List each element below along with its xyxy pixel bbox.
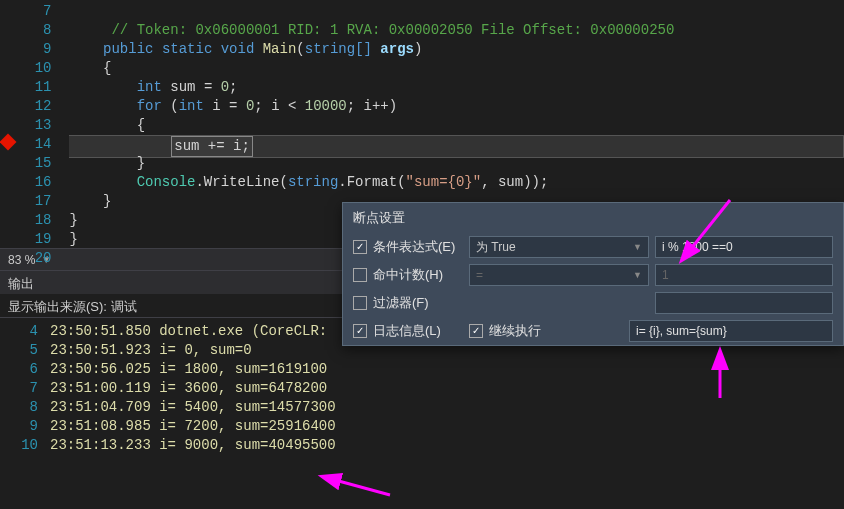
hitcount-checkbox[interactable] bbox=[353, 268, 367, 282]
log-checkbox[interactable] bbox=[353, 324, 367, 338]
log-label: 日志信息(L) bbox=[373, 322, 463, 340]
line-number: 20 bbox=[0, 249, 51, 268]
svg-line-2 bbox=[335, 480, 390, 495]
breakpoint-settings-panel[interactable]: 断点设置 条件表达式(E) 为 True▼ i % 1800 ==0 命中计数(… bbox=[342, 202, 844, 346]
output-line: 623:50:56.025 i= 1800, sum=1619100 bbox=[0, 360, 844, 379]
filter-input[interactable] bbox=[655, 292, 833, 314]
output-line: 723:51:00.119 i= 3600, sum=6478200 bbox=[0, 379, 844, 398]
line-number: 16 bbox=[0, 173, 51, 192]
output-line: 923:51:08.985 i= 7200, sum=25916400 bbox=[0, 417, 844, 436]
hitcount-mode-select[interactable]: =▼ bbox=[469, 264, 649, 286]
hitcount-label: 命中计数(H) bbox=[373, 266, 463, 284]
line-number: 11 bbox=[0, 78, 51, 97]
condition-expression-input[interactable]: i % 1800 ==0 bbox=[655, 236, 833, 258]
log-format-input[interactable]: i= {i}, sum={sum} bbox=[629, 320, 833, 342]
line-number: 13 bbox=[0, 116, 51, 135]
hitcount-value-input[interactable]: 1 bbox=[655, 264, 833, 286]
filter-checkbox[interactable] bbox=[353, 296, 367, 310]
continue-label: 继续执行 bbox=[489, 322, 541, 340]
output-line: 823:51:04.709 i= 5400, sum=14577300 bbox=[0, 398, 844, 417]
filter-label: 过滤器(F) bbox=[373, 294, 463, 312]
condition-checkbox[interactable] bbox=[353, 240, 367, 254]
panel-title: 断点设置 bbox=[343, 203, 843, 233]
current-execution-line: sum += i; bbox=[67, 135, 844, 158]
line-number: 19 bbox=[0, 230, 51, 249]
continue-checkbox[interactable] bbox=[469, 324, 483, 338]
chevron-down-icon: ▼ bbox=[633, 270, 642, 280]
output-source-value[interactable]: 调试 bbox=[107, 299, 137, 314]
comment: // Token: 0x06000001 RID: 1 RVA: 0x00002… bbox=[111, 22, 674, 38]
line-number: 15 bbox=[0, 154, 51, 173]
line-number: 8 bbox=[0, 21, 51, 40]
condition-mode-select[interactable]: 为 True▼ bbox=[469, 236, 649, 258]
line-number: 10 bbox=[0, 59, 51, 78]
line-number: 7 bbox=[0, 2, 51, 21]
line-number: 9 bbox=[0, 40, 51, 59]
line-number: 12 bbox=[0, 97, 51, 116]
annotation-arrow bbox=[330, 470, 400, 504]
gutter: 7 8 9 10 11 12 13 14 15 16 17 18 19 20 bbox=[0, 0, 69, 248]
chevron-down-icon: ▼ bbox=[633, 242, 642, 252]
output-line: 1023:51:13.233 i= 9000, sum=40495500 bbox=[0, 436, 844, 455]
output-source-label: 显示输出来源(S): bbox=[8, 299, 107, 314]
line-number: 18 bbox=[0, 211, 51, 230]
condition-label: 条件表达式(E) bbox=[373, 238, 463, 256]
line-number: 17 bbox=[0, 192, 51, 211]
